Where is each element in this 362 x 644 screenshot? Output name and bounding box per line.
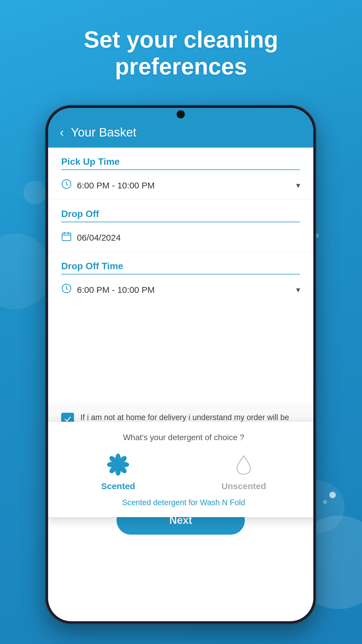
detergent-spacer bbox=[48, 304, 313, 403]
dropoff-label: Drop Off bbox=[61, 209, 300, 222]
dropoff-time-label: Drop Off Time bbox=[61, 261, 300, 274]
calendar-icon bbox=[61, 231, 72, 244]
pickup-time-dropdown-icon[interactable]: ▾ bbox=[296, 181, 300, 190]
detergent-question: What's your detergent of choice ? bbox=[58, 433, 309, 442]
clock-icon-dropoff bbox=[61, 283, 72, 296]
phone-frame: ‹ Your Basket Pick Up Time 6:00 PM - 10:… bbox=[45, 105, 316, 624]
bg-decoration-4 bbox=[0, 233, 52, 309]
app-title: Your Basket bbox=[71, 125, 136, 139]
dot-4 bbox=[323, 500, 327, 504]
detergent-options: Scented Unscented bbox=[58, 452, 309, 491]
dropoff-date-value: 06/04/2024 bbox=[77, 233, 300, 243]
svg-point-12 bbox=[115, 461, 122, 468]
page-title: Set your cleaning preferences bbox=[0, 26, 362, 80]
svg-rect-1 bbox=[62, 233, 71, 241]
detergent-subtitle: Scented detergent for Wash N Fold bbox=[58, 498, 309, 507]
unscented-option[interactable]: Unscented bbox=[222, 452, 266, 491]
unscented-label: Unscented bbox=[222, 481, 266, 491]
pickup-time-value: 6:00 PM - 10:00 PM bbox=[77, 181, 291, 190]
scented-option[interactable]: Scented bbox=[101, 452, 135, 491]
phone-screen: ‹ Your Basket Pick Up Time 6:00 PM - 10:… bbox=[48, 108, 313, 621]
pickup-time-section: Pick Up Time 6:00 PM - 10:00 PM ▾ bbox=[48, 148, 313, 200]
scented-label: Scented bbox=[101, 481, 135, 491]
detergent-card: What's your detergent of choice ? bbox=[48, 422, 313, 517]
app-content: Pick Up Time 6:00 PM - 10:00 PM ▾ Drop O… bbox=[48, 148, 313, 620]
back-button[interactable]: ‹ bbox=[60, 126, 64, 139]
flower-icon bbox=[105, 452, 131, 478]
dropoff-time-value: 6:00 PM - 10:00 PM bbox=[77, 285, 291, 295]
page-header: Set your cleaning preferences bbox=[0, 0, 362, 97]
bg-decoration-3 bbox=[23, 181, 47, 204]
dropoff-time-dropdown-icon[interactable]: ▾ bbox=[296, 285, 300, 295]
pickup-time-row[interactable]: 6:00 PM - 10:00 PM ▾ bbox=[61, 174, 300, 197]
phone-notch bbox=[177, 110, 185, 118]
dropoff-time-row[interactable]: 6:00 PM - 10:00 PM ▾ bbox=[61, 279, 300, 301]
dropoff-time-section: Drop Off Time 6:00 PM - 10:00 PM ▾ bbox=[48, 252, 313, 304]
dropoff-row[interactable]: 06/04/2024 bbox=[61, 226, 300, 249]
drop-icon bbox=[231, 452, 257, 478]
dot-3 bbox=[329, 492, 336, 498]
pickup-time-label: Pick Up Time bbox=[61, 156, 300, 170]
clock-icon-pickup bbox=[61, 179, 72, 192]
dropoff-section: Drop Off 06/04/2024 bbox=[48, 200, 313, 252]
